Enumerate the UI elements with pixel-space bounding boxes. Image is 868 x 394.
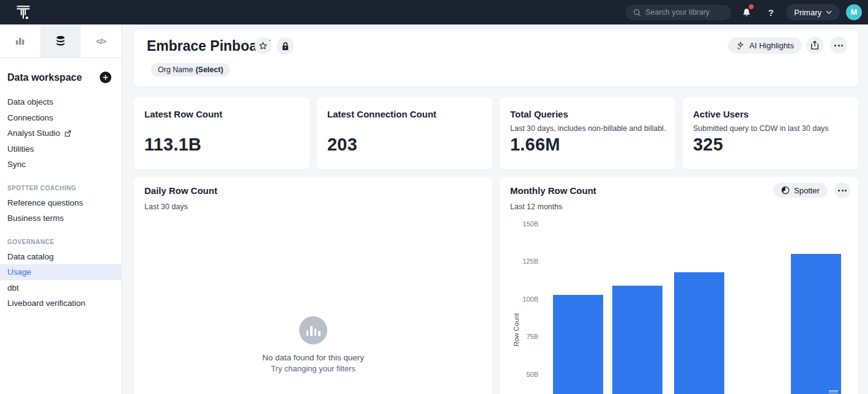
left-sidebar: </> Data workspace Data objects Connecti… <box>0 24 122 394</box>
sidebar-item-label: Data objects <box>7 97 53 106</box>
ai-sparkle-icon <box>736 41 745 50</box>
bar-month-4[interactable] <box>791 254 841 394</box>
kpi-total-queries[interactable]: Total Queries Last 30 days, includes non… <box>500 97 675 169</box>
kpi-subtitle: Last 30 days, includes non-billable and … <box>510 124 666 133</box>
page-title: Embrace Pinboard <box>147 38 271 54</box>
spotter-button[interactable]: Spotter <box>773 183 828 198</box>
sidebar-item-liveboard-verification[interactable]: Liveboard verification <box>0 296 121 311</box>
bar-month-2[interactable] <box>612 286 662 394</box>
add-workspace-button[interactable] <box>100 72 111 83</box>
sidebar-item-data-objects[interactable]: Data objects <box>0 94 121 110</box>
bar-month-3[interactable] <box>674 272 724 394</box>
sidebar-item-dbt[interactable]: dbt <box>0 280 121 296</box>
thoughtspot-logo[interactable] <box>11 0 35 24</box>
empty-state: No data found for this query Try changin… <box>134 316 492 373</box>
liveboard-header: Embrace Pinboard Org Name (Select) AI Hi… <box>134 29 858 86</box>
empty-state-title: No data found for this query <box>262 353 365 362</box>
header-more-button[interactable] <box>830 37 847 54</box>
sidebar-item-sync[interactable]: Sync <box>0 157 121 173</box>
tab-analytics[interactable] <box>0 24 40 58</box>
search-input[interactable] <box>645 8 719 17</box>
y-tick: 50B <box>510 371 538 378</box>
sidebar-item-label: dbt <box>7 283 19 292</box>
sidebar-item-label: Business terms <box>7 214 64 223</box>
bar-month-1[interactable] <box>553 295 603 394</box>
daily-row-count-card[interactable]: Daily Row Count Last 30 days No data fou… <box>134 177 492 394</box>
top-bar: ? Primary M <box>0 0 868 24</box>
sidebar-item-label: Utilities <box>7 144 34 154</box>
bar-chart-icon <box>15 35 26 46</box>
sidebar-item-analyst-studio[interactable]: Analyst Studio <box>0 125 121 141</box>
viz-title: Monthly Row Count <box>510 185 596 196</box>
main-content: Embrace Pinboard Org Name (Select) AI Hi… <box>122 24 868 394</box>
sidebar-item-label: Usage <box>7 267 31 277</box>
logo-icon <box>13 2 33 22</box>
sidebar-item-utilities[interactable]: Utilities <box>0 141 121 157</box>
kpi-title: Active Users <box>693 109 749 119</box>
sidebar-item-label: Liveboard verification <box>7 299 86 308</box>
tab-developer[interactable]: </> <box>81 24 121 58</box>
y-tick: 150B <box>510 220 538 228</box>
filter-chip-value: (Select) <box>196 65 223 74</box>
kpi-value: 1.66M <box>510 135 560 155</box>
y-axis-label: Row Count <box>513 308 520 351</box>
card-more-button[interactable] <box>834 182 850 198</box>
org-name-filter-chip[interactable]: Org Name (Select) <box>151 63 230 76</box>
sidebar-item-data-catalog[interactable]: Data catalog <box>0 249 121 265</box>
sidebar-item-label: Analyst Studio <box>7 128 60 138</box>
lock-icon <box>281 42 289 51</box>
ellipsis-icon <box>834 45 843 46</box>
kpi-title: Total Queries <box>510 109 568 119</box>
y-tick: 125B <box>510 258 538 265</box>
spotter-label: Spotter <box>794 186 820 195</box>
notification-badge <box>749 4 754 9</box>
kpi-value: 203 <box>327 135 357 155</box>
sidebar-item-label: Sync <box>7 160 26 169</box>
kpi-active-users[interactable]: Active Users Submitted query to CDW in l… <box>683 97 858 169</box>
card-resize-handle[interactable] <box>829 390 838 394</box>
database-icon <box>56 35 65 46</box>
sidebar-item-reference-questions[interactable]: Reference questions <box>0 195 121 211</box>
permissions-button[interactable] <box>276 37 294 54</box>
sidebar-item-label: Data catalog <box>7 252 54 261</box>
monthly-row-count-card[interactable]: Monthly Row Count Last 12 months Spotter… <box>500 177 858 394</box>
notifications-button[interactable] <box>737 3 755 21</box>
viz-subtitle: Last 30 days <box>144 203 188 211</box>
workspace-title: Data workspace <box>7 72 82 83</box>
sidebar-item-label: Reference questions <box>7 198 83 207</box>
empty-chart-icon <box>299 316 327 344</box>
org-selector-dropdown[interactable]: Primary <box>786 4 840 20</box>
kpi-title: Latest Connection Count <box>327 109 436 119</box>
kpi-title: Latest Row Count <box>144 109 223 119</box>
section-spotter-coaching: SPOTTER COACHING <box>0 173 121 195</box>
favorite-button[interactable] <box>254 37 272 54</box>
share-icon <box>811 40 819 50</box>
viz-title: Daily Row Count <box>144 185 217 196</box>
avatar-initial: M <box>851 8 857 17</box>
ellipsis-icon <box>838 190 847 191</box>
y-tick: 100B <box>510 296 538 303</box>
help-button[interactable]: ? <box>762 3 780 21</box>
external-link-icon <box>64 130 72 137</box>
chevron-down-icon <box>826 10 832 14</box>
kpi-latest-connection-count[interactable]: Latest Connection Count 203 <box>317 97 492 169</box>
library-search[interactable] <box>626 5 731 20</box>
question-mark-icon: ? <box>768 7 774 18</box>
workspace-header: Data workspace <box>0 58 121 94</box>
spotter-icon <box>781 186 790 195</box>
kpi-latest-row-count[interactable]: Latest Row Count 113.1B <box>134 97 310 169</box>
star-icon <box>258 41 268 51</box>
ai-highlights-button[interactable]: AI Highlights <box>728 37 802 54</box>
empty-state-subtitle: Try changing your filters <box>271 364 355 373</box>
tab-data-workspace[interactable] <box>40 24 81 58</box>
viz-subtitle: Last 12 months <box>510 203 562 211</box>
sidebar-item-connections[interactable]: Connections <box>0 110 121 126</box>
user-avatar[interactable]: M <box>846 4 862 20</box>
code-icon: </> <box>96 37 106 46</box>
share-button[interactable] <box>806 37 823 54</box>
sidebar-item-business-terms[interactable]: Business terms <box>0 210 121 226</box>
sidebar-item-usage[interactable]: Usage <box>0 264 121 280</box>
search-icon <box>633 9 641 17</box>
org-selector-label: Primary <box>794 8 822 17</box>
kpi-subtitle: Submitted query to CDW in last 30 days <box>693 124 849 133</box>
